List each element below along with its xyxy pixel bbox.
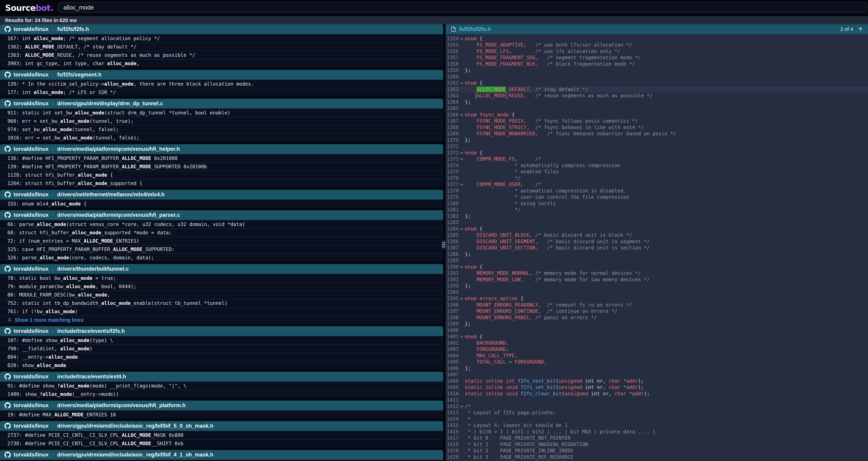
line-number[interactable]: 1381 [446, 207, 459, 213]
line-number[interactable]: 1372 [446, 150, 459, 156]
line-number[interactable]: 1361 [446, 80, 459, 86]
line-number[interactable]: 1397 [446, 308, 459, 315]
line-number[interactable]: 1407 [446, 372, 459, 378]
match-line[interactable]: 136: #define HFI_PROPERTY_PARAM_BUFFER_A… [0, 154, 443, 162]
match-line[interactable]: 155: enum mlx4_alloc_mode { [0, 199, 443, 208]
line-number[interactable]: 1363 [446, 93, 459, 99]
line-number[interactable]: 1377 [446, 181, 459, 188]
show-more-link[interactable]: Show 1 more matching lines [0, 315, 443, 324]
file-header[interactable]: torvalds/linux·drivers/gpu/drm/display/d… [0, 99, 443, 108]
line-number[interactable]: 1371 [446, 143, 459, 150]
match-line[interactable]: 19: #define MAX_ALLOC_MODE_ENTRIES 16 [0, 410, 443, 419]
file-header[interactable]: torvalds/linux·drivers/gpu/drm/amd/inclu… [0, 450, 443, 460]
line-number[interactable]: 1364 [446, 99, 459, 106]
line-number[interactable]: 1375 [446, 169, 459, 175]
line-number[interactable]: 1393 [446, 283, 459, 289]
line-number[interactable]: 1387 [446, 245, 459, 251]
match-line[interactable]: 72: if (num_entries > MAX_ALLOC_MODE_ENT… [0, 237, 443, 245]
match-line[interactable]: 68: struct hfi_buffer_alloc_mode_support… [0, 228, 443, 237]
fold-chevron-down-icon[interactable] [459, 181, 465, 188]
match-line[interactable]: 974: set_bw_alloc_mode(tunnel, false); [0, 125, 443, 134]
fold-chevron-down-icon[interactable] [459, 156, 465, 163]
line-number[interactable]: 1373 [446, 156, 459, 163]
line-number[interactable]: 1376 [446, 175, 459, 181]
fold-chevron-down-icon[interactable] [459, 112, 465, 118]
match-line[interactable]: 1400: show_falloc_mode(__entry->mode)) [0, 390, 443, 398]
fold-chevron-down-icon[interactable] [459, 264, 465, 270]
match-line[interactable]: 790: __field(int, alloc_mode) [0, 344, 443, 353]
match-line[interactable]: 325: case HFI_PROPERTY_PARAM_BUFFER_ALLO… [0, 245, 443, 253]
line-number[interactable]: 1374 [446, 163, 459, 169]
line-number[interactable]: 1389 [446, 257, 459, 264]
line-number[interactable]: 1409 [446, 384, 459, 391]
fold-chevron-down-icon[interactable] [459, 334, 465, 340]
match-line[interactable]: 820: show_alloc_mode [0, 361, 443, 369]
match-line[interactable]: 2738: #define PCIE_CI_CNTL__CI_SLV_CPL_A… [0, 439, 443, 448]
app-logo[interactable]: Sourcebot. [5, 3, 53, 13]
line-number[interactable]: 1382 [446, 213, 459, 220]
line-number[interactable]: 1356 [446, 48, 459, 55]
line-number[interactable]: 1402 [446, 340, 459, 346]
line-number[interactable]: 1411 [446, 397, 459, 403]
previous-match-button[interactable] [858, 26, 863, 32]
match-line[interactable]: 326: parse_alloc_mode(core, codecs, doma… [0, 253, 443, 262]
line-number[interactable]: 1360 [446, 74, 459, 80]
line-number[interactable]: 1359 [446, 67, 459, 74]
divider-grip[interactable] [442, 240, 446, 249]
line-number[interactable]: 1379 [446, 194, 459, 200]
match-line[interactable]: 78: static bool bw_alloc_mode = true; [0, 274, 443, 282]
line-number[interactable]: 1385 [446, 232, 459, 238]
match-line[interactable]: 1016: err = set_bw_alloc_mode(tunnel, fa… [0, 134, 443, 142]
line-number[interactable]: 1405 [446, 359, 459, 365]
line-number[interactable]: 1369 [446, 131, 459, 137]
file-header[interactable]: torvalds/linux·drivers/net/ethernet/mell… [0, 190, 443, 199]
line-number[interactable]: 1388 [446, 251, 459, 258]
match-line[interactable]: 960: err = set_bw_alloc_mode(tunnel, tru… [0, 117, 443, 125]
file-header[interactable]: torvalds/linux·fs/f2fs/segment.h [0, 70, 443, 80]
match-line[interactable]: 80: MODULE_PARM_DESC(bw_alloc_mode, [0, 290, 443, 299]
line-number[interactable]: 1384 [446, 226, 459, 232]
line-number[interactable]: 1365 [446, 105, 459, 112]
line-number[interactable]: 1370 [446, 137, 459, 143]
match-line[interactable]: 3903: int gc_type, int type, char alloc_… [0, 59, 443, 67]
line-number[interactable]: 1391 [446, 270, 459, 277]
match-line[interactable]: 91: #define show_falloc_mode(mode) __pri… [0, 381, 443, 390]
file-header[interactable]: torvalds/linux·drivers/media/platform/qc… [0, 144, 443, 154]
line-number[interactable]: 1419 [446, 448, 459, 454]
fold-chevron-down-icon[interactable] [459, 36, 465, 42]
match-line[interactable]: 167: int alloc_mode; /* segment allocati… [0, 34, 443, 42]
line-number[interactable]: 1401 [446, 334, 459, 340]
file-header[interactable]: torvalds/linux·include/trace/events/ext4… [0, 372, 443, 381]
file-header[interactable]: torvalds/linux·include/trace/events/f2fs… [0, 326, 443, 336]
line-number[interactable]: 1396 [446, 302, 459, 308]
fold-chevron-down-icon[interactable] [459, 226, 465, 232]
file-header[interactable]: torvalds/linux·drivers/gpu/drm/amd/inclu… [0, 421, 443, 431]
match-line[interactable]: 1363: ALLOC_MODE_REUSE, /* reuse segment… [0, 51, 443, 59]
match-line[interactable]: 1128: struct hfi_buffer_alloc_mode { [0, 171, 443, 179]
match-line[interactable]: 911: static int set_bw_alloc_mode(struct… [0, 108, 443, 117]
file-header[interactable]: torvalds/linux·fs/f2fs/f2fs.h [0, 24, 443, 34]
line-number[interactable]: 1421 [446, 460, 459, 461]
line-number[interactable]: 1366 [446, 112, 459, 118]
line-number[interactable]: 1380 [446, 200, 459, 207]
line-number[interactable]: 1404 [446, 353, 459, 359]
fold-chevron-down-icon[interactable] [459, 80, 465, 86]
line-number[interactable]: 1386 [446, 238, 459, 245]
match-line[interactable]: 1264: struct hfi_buffer_alloc_mode_suppo… [0, 179, 443, 187]
fold-chevron-down-icon[interactable] [459, 295, 465, 302]
line-number[interactable]: 1417 [446, 435, 459, 441]
line-number[interactable]: 1413 [446, 410, 459, 416]
line-number[interactable]: 1392 [446, 277, 459, 283]
line-number[interactable]: 1390 [446, 264, 459, 270]
match-line[interactable]: 79: module_param(bw_alloc_mode, bool, 04… [0, 282, 443, 290]
match-line[interactable]: 177: int alloc_mode; /* LFS or SSR */ [0, 88, 443, 96]
line-number[interactable]: 1418 [446, 441, 459, 448]
match-line[interactable]: 2151: #define PCIE_CI_CNTL__CI_SLV_CPL_A… [0, 460, 443, 461]
line-number[interactable]: 1408 [446, 378, 459, 384]
match-line[interactable]: 66: parse_alloc_mode(struct venus_core *… [0, 220, 443, 228]
line-number[interactable]: 1395 [446, 295, 459, 302]
match-line[interactable]: 139: * In the victim_sel_policy->alloc_m… [0, 80, 443, 88]
file-header[interactable]: torvalds/linux·drivers/media/platform/qc… [0, 401, 443, 410]
line-number[interactable]: 1403 [446, 346, 459, 353]
fold-chevron-down-icon[interactable] [459, 150, 465, 156]
